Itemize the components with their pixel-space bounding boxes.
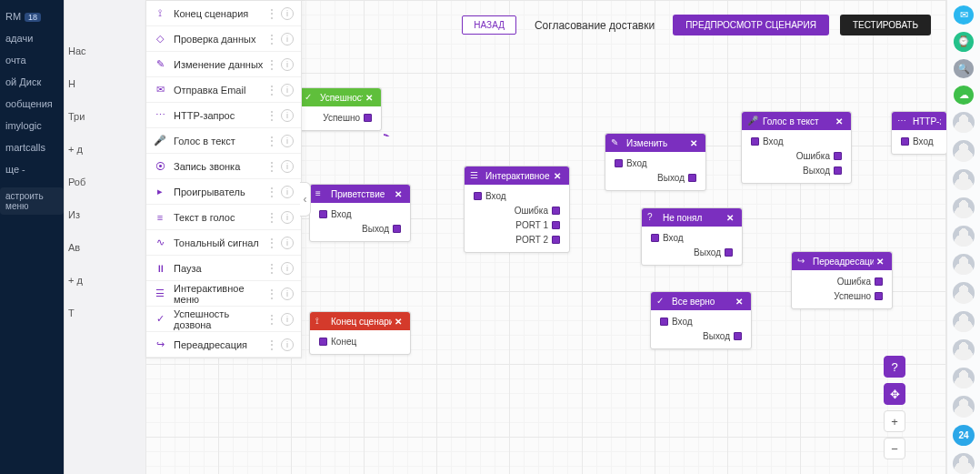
close-icon[interactable]: ✕ [687, 138, 700, 148]
avatar[interactable] [953, 140, 975, 161]
drag-handle-icon[interactable]: ⋮ [266, 58, 277, 71]
close-icon[interactable]: ✕ [392, 189, 405, 199]
avatar[interactable] [953, 282, 975, 303]
port-in[interactable] [660, 318, 668, 326]
port-out[interactable] [875, 277, 883, 286]
palette-collapse-handle[interactable]: ‹ [300, 182, 311, 217]
avatar[interactable] [953, 197, 975, 218]
avatar[interactable] [953, 368, 975, 388]
node-call-success[interactable]: ✓Успешность дозвона✕ Успешно [298, 87, 382, 131]
close-icon[interactable]: ✕ [551, 171, 564, 181]
node-end[interactable]: ⟟Конец сценария✕ Конец [309, 311, 411, 355]
palette-item[interactable]: ∿Тональный сигнал⋮i [146, 230, 301, 256]
port-out[interactable] [552, 207, 560, 215]
rail-icon[interactable]: 🔍 [954, 59, 974, 78]
close-icon[interactable]: ✕ [833, 116, 845, 126]
avatar[interactable] [953, 339, 975, 360]
help-button[interactable]: ? [884, 356, 905, 378]
bitrix24-icon[interactable]: 24 [953, 425, 975, 446]
avatar[interactable] [953, 226, 975, 247]
palette-item[interactable]: ▸Проигрыватель⋮i [146, 179, 301, 205]
bg-sidebar-setup[interactable]: астроить меню [0, 187, 64, 215]
node-change[interactable]: ✎Изменить✕ Вход Выход [605, 133, 706, 191]
info-icon[interactable]: i [281, 211, 294, 224]
close-icon[interactable]: ✕ [874, 257, 886, 267]
drag-handle-icon[interactable]: ⋮ [266, 338, 277, 351]
palette-item[interactable]: ⦿Запись звонка⋮i [146, 154, 301, 179]
port-out[interactable] [734, 332, 742, 340]
info-icon[interactable]: i [281, 262, 294, 275]
info-icon[interactable]: i [281, 109, 294, 122]
info-icon[interactable]: i [281, 237, 294, 249]
port-in[interactable] [901, 137, 909, 146]
drag-handle-icon[interactable]: ⋮ [266, 186, 277, 198]
info-icon[interactable]: i [281, 287, 294, 300]
palette-item[interactable]: ☰Интерактивное меню⋮i [146, 281, 301, 307]
palette-item[interactable]: ✉Отправка Email⋮i [146, 77, 301, 103]
palette-item[interactable]: ↪Переадресация⋮i [146, 332, 301, 358]
avatar[interactable] [953, 169, 975, 190]
back-button[interactable]: назад [462, 15, 516, 35]
fit-button[interactable]: ✥ [884, 383, 905, 405]
palette-item[interactable]: ✎Изменение данных⋮i [146, 52, 301, 77]
bg-sidebar-item[interactable]: imylogic [0, 115, 64, 136]
avatar[interactable] [953, 453, 975, 474]
avatar[interactable] [953, 311, 975, 332]
info-icon[interactable]: i [281, 135, 294, 147]
node-ivr-menu[interactable]: ☰Интерактивное меню✕ Вход Ошибка PORT 1 … [464, 166, 570, 253]
drag-handle-icon[interactable]: ⋮ [266, 33, 277, 45]
port-in[interactable] [651, 234, 659, 242]
drag-handle-icon[interactable]: ⋮ [266, 313, 277, 326]
node-speech-to-text[interactable]: 🎤Голос в текст✕ Вход Ошибка Выход [741, 111, 852, 184]
bg-sidebar-item[interactable]: ой Диск [0, 71, 64, 93]
close-icon[interactable]: ✕ [724, 213, 736, 223]
avatar[interactable] [953, 254, 975, 275]
info-icon[interactable]: i [281, 58, 294, 71]
port-out[interactable] [393, 225, 401, 233]
drag-handle-icon[interactable]: ⋮ [266, 287, 277, 300]
palette-item[interactable]: ≡Текст в голос⋮i [146, 205, 301, 230]
info-icon[interactable]: i [281, 33, 294, 45]
bg-sidebar-item[interactable]: ще - [0, 158, 64, 180]
rail-icon[interactable]: ⌚ [954, 32, 974, 51]
port-out[interactable] [552, 221, 560, 229]
rail-icon[interactable]: ✉ [954, 5, 974, 25]
zoom-out-button[interactable]: − [884, 438, 905, 459]
bg-sidebar-item[interactable]: адачи [0, 27, 64, 49]
bg-sidebar-item[interactable]: martcalls [0, 136, 64, 158]
info-icon[interactable]: i [281, 160, 294, 173]
close-icon[interactable]: ✕ [733, 297, 745, 307]
port-in[interactable] [751, 137, 759, 146]
info-icon[interactable]: i [281, 186, 294, 198]
rail-icon[interactable]: ☁ [954, 86, 974, 105]
node-not-understood[interactable]: ?Не понял✕ Вход Выход [641, 207, 743, 266]
drag-handle-icon[interactable]: ⋮ [266, 109, 277, 122]
drag-handle-icon[interactable]: ⋮ [266, 7, 277, 20]
avatar[interactable] [953, 112, 975, 133]
zoom-in-button[interactable]: + [884, 410, 905, 432]
drag-handle-icon[interactable]: ⋮ [266, 262, 277, 275]
node-redirect[interactable]: ↪Переадресация✕ Ошибка Успешно [791, 251, 893, 309]
node-confirm[interactable]: ✓Все верно✕ Вход Выход [650, 291, 752, 349]
port-out[interactable] [688, 174, 696, 182]
info-icon[interactable]: i [281, 7, 294, 20]
drag-handle-icon[interactable]: ⋮ [266, 160, 277, 173]
port-out[interactable] [875, 292, 883, 300]
port-out[interactable] [725, 248, 733, 257]
test-button[interactable]: тестировать [840, 15, 931, 35]
info-icon[interactable]: i [281, 313, 294, 326]
preview-button[interactable]: предпросмотр сценария [673, 15, 829, 35]
palette-item[interactable]: ⟟Конец сценария⋮i [146, 1, 301, 26]
port-out[interactable] [364, 114, 372, 122]
info-icon[interactable]: i [281, 338, 294, 351]
palette-item[interactable]: ✓Успешность дозвона⋮i [146, 307, 301, 332]
palette-item[interactable]: 🎤Голос в текст⋮i [146, 128, 301, 154]
palette-item[interactable]: ⋯HTTP-запрос⋮i [146, 103, 301, 128]
drag-handle-icon[interactable]: ⋮ [266, 84, 277, 96]
node-greeting[interactable]: ≡Приветствие✕ Вход Выход [309, 184, 411, 242]
palette-item[interactable]: ◇Проверка данных⋮i [146, 26, 301, 52]
close-icon[interactable]: ✕ [392, 317, 405, 327]
drag-handle-icon[interactable]: ⋮ [266, 237, 277, 249]
info-icon[interactable]: i [281, 84, 294, 96]
bg-sidebar-item[interactable]: очта [0, 49, 64, 71]
